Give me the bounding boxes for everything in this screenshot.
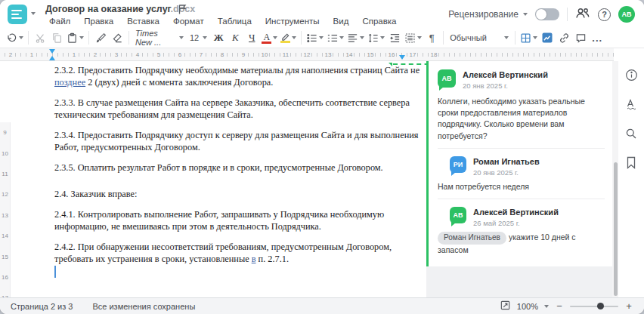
ruler-number: 13 [317, 48, 339, 61]
ruler-number: 15 [0, 246, 10, 266]
app-window: Договор на оказание услуг.docx ФайлПравк… [0, 0, 644, 314]
fit-page-icon[interactable] [500, 300, 511, 312]
comment-reply[interactable]: АВ Алексей Вертинский 26 май 2025 г. Ром… [438, 205, 605, 260]
insert-table-button[interactable] [519, 29, 539, 46]
paragraph-2-3-2[interactable]: 2.3.2. Предоставить Подрядчику необходим… [54, 64, 422, 88]
chevron-down-icon [179, 36, 184, 39]
menu-item[interactable]: Вид [328, 17, 355, 26]
chevron-down-icon[interactable] [360, 36, 364, 39]
zoom-value[interactable]: 100% [517, 302, 538, 311]
line-spacing-button[interactable] [366, 29, 386, 46]
ruler-number: 1 [21, 48, 42, 61]
cut-button[interactable] [32, 29, 48, 46]
review-toggle[interactable] [535, 8, 559, 20]
undo-button[interactable] [5, 29, 25, 46]
ruler-number: 17 [402, 48, 423, 61]
logo-menu-caret-icon[interactable] [31, 12, 36, 15]
paragraph-settings-button[interactable] [403, 29, 423, 46]
review-mode-button[interactable]: Рецензирование [448, 9, 528, 20]
app-logo-icon[interactable] [8, 5, 27, 24]
document-page[interactable]: 2.3.2. Предоставить Подрядчику необходим… [11, 61, 426, 297]
comment-reply[interactable]: РИ Роман Игнатьев 20 янв 2025 г. Нам пот… [438, 155, 605, 197]
comment-item[interactable]: АВ Алексей Вертинский 20 янв 2025 г. Кол… [438, 68, 605, 146]
divider [438, 199, 605, 199]
chevron-down-icon[interactable] [273, 36, 277, 39]
menu-item[interactable]: Правка [79, 17, 119, 26]
page-indicator[interactable]: Страница 2 из 3 [11, 302, 73, 311]
zoom-out-button[interactable]: − [555, 300, 564, 312]
undo-caret-icon[interactable] [19, 36, 23, 39]
first-line-indent-marker[interactable] [49, 49, 55, 54]
menu-item[interactable]: Инструменты [260, 17, 325, 26]
save-status: Все изменения сохранены [92, 302, 195, 311]
zoom-slider[interactable] [570, 306, 618, 307]
paste-caret-icon[interactable] [79, 36, 84, 39]
paragraph-style-select[interactable]: Обычный [447, 29, 512, 46]
flag-icon[interactable] [178, 4, 187, 17]
format-painter-button[interactable] [92, 29, 109, 46]
empty-line [54, 182, 422, 188]
clear-style-eraser-button[interactable] [109, 29, 125, 46]
chevron-down-icon[interactable] [319, 36, 324, 39]
help-icon[interactable]: ? [598, 8, 611, 21]
chevron-down-icon[interactable] [417, 36, 422, 39]
chevron-down-icon[interactable] [339, 36, 344, 39]
divider [128, 31, 129, 45]
zoom-caret-icon[interactable] [544, 305, 549, 308]
user-avatar[interactable]: АВ [618, 6, 635, 23]
copy-button[interactable] [48, 29, 65, 46]
decrease-indent-button[interactable] [386, 29, 403, 46]
bullet-list-button[interactable] [305, 29, 325, 46]
paragraph-2-4-2[interactable]: 2.4.2. При обнаружении несоответствий тр… [54, 241, 422, 265]
paragraph-2-3-5[interactable]: 2.3.5. Оплатить результат Работ в порядк… [54, 162, 422, 174]
bookmark-icon[interactable] [626, 156, 636, 172]
vertical-scrollbar[interactable] [612, 61, 618, 297]
bold-button[interactable]: Ж [210, 29, 227, 46]
menu-item[interactable]: Справка [357, 17, 401, 26]
right-indent-marker[interactable] [399, 55, 405, 60]
zoom-in-button[interactable]: + [624, 300, 633, 312]
comment-button[interactable] [572, 29, 589, 46]
menu-item[interactable]: Формат [168, 17, 209, 26]
align-button[interactable] [345, 29, 366, 46]
spellcheck-icon[interactable] [625, 98, 638, 114]
paragraph-2-4[interactable]: 2.4. Заказчик вправе: [54, 188, 422, 200]
paste-button[interactable] [65, 29, 85, 46]
comment-date: 26 май 2025 г. [473, 219, 559, 227]
paragraph-2-4-1[interactable]: 2.4.1. Контролировать выполнение Работ, … [54, 208, 422, 232]
insert-chart-button[interactable] [539, 29, 556, 46]
underline-button[interactable]: Ч [243, 29, 260, 46]
toolbar-more-button[interactable]: ... [589, 29, 605, 46]
ruler-number: 2 [0, 48, 21, 61]
right-sidebar [618, 61, 644, 297]
collaboration-users-icon[interactable] [575, 7, 590, 23]
show-paragraph-marks-button[interactable]: ¶ [423, 29, 440, 46]
italic-button[interactable]: К [227, 29, 243, 46]
comment-text: Роман Игнатьевукажите 10 дней с запасом [438, 232, 605, 256]
comment-avatar: АВ [438, 69, 456, 88]
ruler-number: 10 [254, 48, 275, 61]
font-name-select[interactable]: Times New ... [132, 29, 187, 46]
highlight-color-button[interactable] [279, 29, 298, 46]
chevron-down-icon[interactable] [292, 36, 296, 39]
left-indent-marker[interactable] [49, 56, 55, 60]
menu-item[interactable]: Вставка [122, 17, 165, 26]
menu-item[interactable]: Таблица [212, 17, 257, 26]
ruler-number: 10 [0, 143, 10, 163]
menu-item[interactable]: Файл [44, 17, 76, 26]
ruler-number: 1 [63, 48, 85, 61]
font-size-select[interactable]: 12 [187, 29, 210, 46]
font-color-button[interactable]: А [260, 29, 279, 46]
chevron-down-icon[interactable] [380, 36, 385, 39]
info-icon[interactable] [625, 69, 638, 85]
scrollbar-thumb[interactable] [614, 162, 618, 296]
zoom-slider-thumb[interactable] [597, 303, 604, 309]
comment-thread[interactable]: АВ Алексей Вертинский 20 янв 2025 г. Кол… [426, 61, 612, 266]
numbered-list-button[interactable] [325, 29, 345, 46]
paragraph-text: п. 2.7.1. [256, 254, 289, 264]
search-icon[interactable] [625, 128, 637, 143]
insert-link-button[interactable] [556, 29, 572, 46]
paragraph-2-3-3[interactable]: 2.3.3. В случае размещения Сайта на серв… [54, 97, 422, 121]
chevron-down-icon[interactable] [533, 36, 537, 39]
paragraph-2-3-4[interactable]: 2.3.4. Предоставить Подрядчику доступ к … [54, 129, 422, 153]
